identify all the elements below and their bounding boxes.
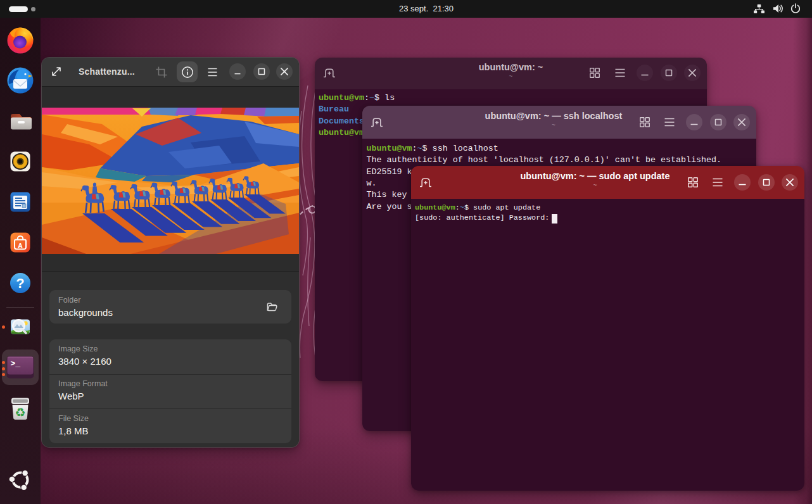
svg-text:A: A — [18, 242, 23, 249]
svg-text:♻: ♻ — [15, 406, 25, 419]
svg-text:?: ? — [16, 275, 24, 291]
svg-text:>_: >_ — [11, 359, 21, 369]
